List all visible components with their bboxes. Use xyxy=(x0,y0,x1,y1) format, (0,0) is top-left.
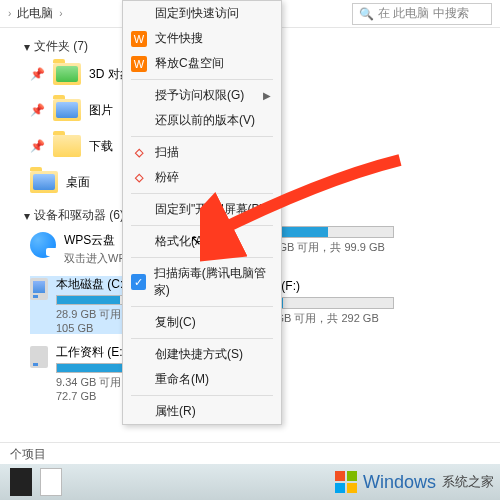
folder-icon xyxy=(30,171,58,193)
blank-icon xyxy=(131,404,147,420)
windows-logo-icon xyxy=(335,471,357,493)
blank-icon xyxy=(131,315,147,331)
drive-icon xyxy=(30,346,48,368)
menu-item[interactable]: ◇粉碎 xyxy=(123,165,281,190)
cloud-drive-icon xyxy=(30,232,56,258)
blank-icon xyxy=(131,88,147,104)
folder-icon xyxy=(53,63,81,85)
taskbar-item[interactable] xyxy=(40,468,62,496)
chevron-down-icon: ▾ xyxy=(24,40,30,54)
blank-icon xyxy=(131,234,147,250)
menu-item[interactable]: 创建快捷方式(S) xyxy=(123,342,281,367)
status-bar: 个项目 xyxy=(0,442,500,464)
pin-icon: 📌 xyxy=(30,139,45,153)
red-icon: ◇ xyxy=(131,170,147,186)
cursor-icon: ↖ xyxy=(190,232,202,248)
folder-icon xyxy=(53,135,81,157)
blue-icon: ✓ xyxy=(131,274,146,290)
context-menu: 固定到快速访问W文件快搜W释放C盘空间授予访问权限(G)▶还原以前的版本(V)◇… xyxy=(122,0,282,425)
menu-item[interactable]: W释放C盘空间 xyxy=(123,51,281,76)
watermark: Windows 系统之家 xyxy=(335,471,494,493)
menu-item[interactable]: W文件快搜 xyxy=(123,26,281,51)
orange-icon: W xyxy=(131,31,147,47)
menu-item[interactable]: 还原以前的版本(V) xyxy=(123,108,281,133)
breadcrumb-root[interactable]: 此电脑 xyxy=(17,5,53,22)
red-icon: ◇ xyxy=(131,145,147,161)
menu-item[interactable]: 固定到快速访问 xyxy=(123,1,281,26)
taskbar: Windows 系统之家 xyxy=(0,464,500,500)
blank-icon xyxy=(131,347,147,363)
search-input[interactable]: 🔍 在 此电脑 中搜索 xyxy=(352,3,492,25)
blank-icon xyxy=(131,113,147,129)
blank-icon xyxy=(131,202,147,218)
search-placeholder: 在 此电脑 中搜索 xyxy=(378,5,469,22)
orange-icon: W xyxy=(131,56,147,72)
chevron-icon: › xyxy=(59,8,62,19)
blank-icon xyxy=(131,372,147,388)
folder-icon xyxy=(53,99,81,121)
menu-item[interactable]: 固定到"开始"屏幕(P) xyxy=(123,197,281,222)
menu-item[interactable]: 属性(R) xyxy=(123,399,281,424)
search-icon: 🔍 xyxy=(359,7,374,21)
blank-icon xyxy=(131,6,147,22)
chevron-down-icon: ▾ xyxy=(24,209,30,223)
menu-item[interactable]: 格式化(A)... xyxy=(123,229,281,254)
menu-item[interactable]: 重命名(M) xyxy=(123,367,281,392)
menu-item[interactable]: ✓扫描病毒(腾讯电脑管家) xyxy=(123,261,281,303)
menu-item[interactable]: ◇扫描 xyxy=(123,140,281,165)
drive-icon xyxy=(30,278,48,300)
breadcrumb[interactable]: › 此电脑 › xyxy=(8,5,63,22)
submenu-arrow-icon: ▶ xyxy=(263,90,271,101)
taskbar-item[interactable] xyxy=(10,468,32,496)
chevron-icon: › xyxy=(8,8,11,19)
pin-icon: 📌 xyxy=(30,67,45,81)
menu-item[interactable]: 复制(C) xyxy=(123,310,281,335)
pin-icon: 📌 xyxy=(30,103,45,117)
menu-item[interactable]: 授予访问权限(G)▶ xyxy=(123,83,281,108)
